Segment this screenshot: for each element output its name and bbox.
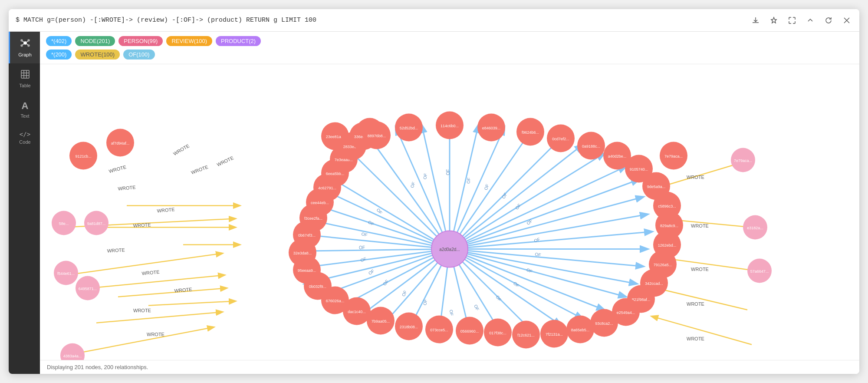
title-bar: $ MATCH g=(person) -[:WROTE]-> (review) …: [9, 9, 859, 32]
filter-person[interactable]: PERSON(99): [118, 36, 163, 46]
svg-text:821f98af...: 821f98af...: [632, 297, 651, 302]
svg-text:OF: OF: [360, 256, 367, 263]
svg-text:WROTE: WROTE: [108, 164, 127, 174]
svg-line-67: [656, 288, 747, 310]
filter-wrote[interactable]: WROTE(100): [75, 50, 120, 59]
filter-node[interactable]: NODE(201): [75, 36, 115, 46]
svg-text:WROTE: WROTE: [147, 332, 164, 337]
filter-all-nodes[interactable]: *(402): [46, 36, 72, 46]
sidebar-item-table[interactable]: Table: [9, 63, 40, 94]
svg-text:e3182a...: e3182a...: [747, 226, 763, 230]
refresh-button[interactable]: [823, 15, 834, 26]
up-button[interactable]: [805, 15, 816, 26]
sidebar-item-code[interactable]: </> Code: [9, 125, 40, 151]
filter-product[interactable]: PRODUCT(2): [216, 36, 261, 46]
svg-text:95eeaa9...: 95eeaa9...: [298, 268, 316, 273]
svg-text:f12c621...: f12c621...: [517, 333, 535, 337]
svg-text:WROTE: WROTE: [216, 155, 234, 167]
svg-text:57a6647...: 57a6647...: [750, 269, 769, 274]
svg-text:WROTE: WROTE: [191, 164, 209, 175]
graph-canvas[interactable]: WROTE WROTE WROTE WROTE WROTE WROTE WROT…: [40, 64, 859, 360]
svg-text:0b674f3...: 0b674f3...: [298, 233, 316, 238]
svg-text:WROTE: WROTE: [687, 336, 704, 341]
svg-text:dac1c40...: dac1c40...: [348, 310, 366, 314]
graph-svg: WROTE WROTE WROTE WROTE WROTE WROTE WROT…: [40, 64, 859, 360]
svg-text:WROTE: WROTE: [141, 269, 160, 276]
svg-text:OF: OF: [449, 310, 454, 316]
svg-text:7e79aca...: 7e79aca...: [734, 158, 752, 163]
svg-text:WROTE: WROTE: [133, 222, 151, 228]
download-button[interactable]: [750, 15, 761, 26]
graph-label: Graph: [18, 52, 32, 57]
svg-text:e846039...: e846039...: [482, 126, 501, 130]
svg-text:WROTE: WROTE: [107, 247, 125, 253]
code-icon: </>: [20, 131, 30, 138]
filter-all-rels[interactable]: *(200): [46, 50, 72, 59]
svg-line-8: [26, 44, 28, 45]
pin-button[interactable]: [768, 15, 779, 26]
svg-text:OF: OF: [361, 231, 368, 238]
svg-text:a40d2be...: a40d2be...: [608, 154, 627, 158]
svg-line-16: [396, 128, 450, 249]
filter-of[interactable]: OF(100): [123, 50, 155, 59]
svg-text:88976b8...: 88976b8...: [368, 134, 386, 138]
svg-text:WROTE: WROTE: [691, 267, 709, 272]
svg-line-60: [148, 301, 235, 306]
graph-area: *(402) NODE(201) PERSON(99) REVIEW(100) …: [40, 32, 859, 374]
svg-text:32e3da8...: 32e3da8...: [293, 251, 312, 255]
svg-text:a2d0a2d...: a2d0a2d...: [439, 247, 460, 252]
query-text: $ MATCH g=(person) -[:WROTE]-> (review) …: [16, 17, 316, 24]
expand-button[interactable]: [786, 15, 798, 26]
svg-text:OF: OF: [466, 177, 471, 184]
status-text: Displaying 201 nodes, 200 relationships.: [47, 364, 148, 370]
svg-text:342ccad...: 342ccad...: [645, 281, 663, 286]
svg-point-2: [28, 40, 30, 41]
svg-text:OF: OF: [359, 245, 365, 250]
svg-text:OF: OF: [401, 290, 408, 297]
svg-text:WROTE: WROTE: [687, 175, 704, 180]
close-button[interactable]: [841, 15, 852, 26]
svg-text:6495871...: 6495871...: [79, 287, 97, 291]
svg-point-4: [28, 45, 30, 46]
svg-text:OF: OF: [533, 237, 541, 243]
svg-text:WROTE: WROTE: [118, 185, 136, 192]
svg-point-1: [21, 40, 23, 41]
title-actions: [750, 15, 852, 26]
svg-text:79126a5...: 79126a5...: [654, 263, 672, 267]
svg-text:93c8ca2...: 93c8ca2...: [595, 321, 613, 326]
svg-text:676026a...: 676026a...: [326, 299, 345, 303]
svg-rect-9: [21, 70, 29, 78]
svg-text:OF: OF: [483, 183, 490, 191]
svg-text:OF: OF: [367, 220, 375, 227]
svg-text:WROTE: WROTE: [133, 308, 151, 313]
svg-text:WROTE: WROTE: [172, 143, 190, 156]
svg-text:7e79aca...: 7e79aca...: [664, 154, 683, 158]
svg-text:0a9188c...: 0a9188c...: [582, 144, 600, 149]
sidebar: Graph Table A Text </: [9, 32, 40, 374]
table-label: Table: [19, 83, 30, 88]
svg-text:f3cee2fa...: f3cee2fa...: [304, 216, 322, 221]
svg-text:OF: OF: [514, 203, 522, 211]
svg-text:7f2131a...: 7f2131a...: [546, 332, 563, 337]
svg-text:2318b08...: 2318b08...: [400, 325, 418, 329]
svg-text:c5896c3...: c5896c3...: [658, 204, 676, 208]
svg-text:WROTE: WROTE: [687, 301, 704, 307]
sidebar-item-text[interactable]: A Text: [9, 94, 40, 125]
svg-text:f544e61...: f544e61...: [57, 271, 75, 276]
code-label: Code: [19, 139, 30, 145]
svg-line-52: [320, 188, 450, 249]
svg-text:8a65eb5...: 8a65eb5...: [571, 328, 590, 332]
svg-text:4383a4a...: 4383a4a...: [63, 354, 82, 358]
status-bar: Displaying 201 nodes, 200 relationships.: [40, 360, 859, 374]
sidebar-item-graph[interactable]: Graph: [9, 32, 40, 63]
main-window: $ MATCH g=(person) -[:WROTE]-> (review) …: [9, 9, 859, 374]
svg-line-6: [26, 41, 28, 43]
filter-review[interactable]: REVIEW(100): [166, 36, 212, 46]
svg-text:52d52bd...: 52d52bd...: [400, 126, 418, 130]
svg-text:OF: OF: [446, 169, 450, 175]
svg-text:OF: OF: [368, 268, 375, 276]
svg-line-32: [450, 249, 637, 284]
svg-text:7b9aa05...: 7b9aa05...: [372, 319, 390, 324]
svg-text:OF: OF: [526, 267, 533, 274]
svg-text:0566960...: 0566960...: [460, 329, 479, 333]
